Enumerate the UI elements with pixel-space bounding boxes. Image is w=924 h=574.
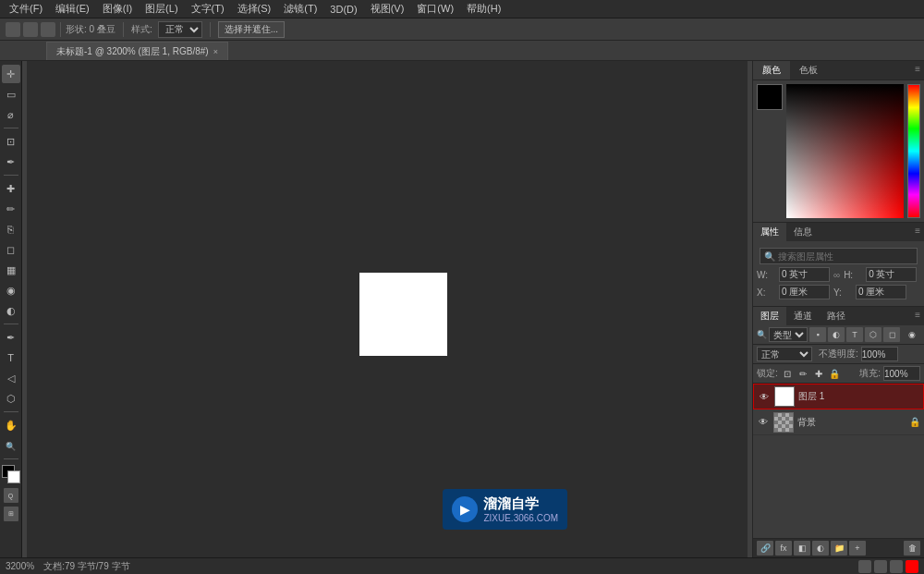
foreground-swatch[interactable] [757, 84, 783, 110]
layers-tabs: 图层 通道 路径 ≡ [753, 307, 924, 325]
eyedrop-tool[interactable] [2, 153, 20, 171]
pen-tool[interactable] [2, 328, 20, 347]
color-swatch-column [757, 84, 783, 218]
status-bar-icons [858, 560, 918, 573]
width-input[interactable] [779, 267, 830, 282]
shape-tool[interactable] [2, 389, 20, 408]
lock-all-btn[interactable]: 🔒 [828, 367, 841, 380]
blend-mode-select[interactable]: 正常 [757, 347, 812, 361]
blur-tool[interactable] [2, 281, 20, 299]
swatches-tab[interactable]: 色板 [790, 61, 827, 79]
brush-icon [6, 203, 15, 215]
left-toolbar: Q ⊞ [0, 61, 22, 557]
properties-tabs: 属性 信息 ≡ [753, 223, 924, 241]
move-tool[interactable] [2, 65, 20, 83]
menu-help[interactable]: 帮助(H) [461, 1, 506, 17]
filter-shape-btn[interactable]: ⬡ [865, 327, 881, 342]
menu-layer[interactable]: 图层(L) [140, 1, 183, 17]
zoom-tool[interactable] [2, 436, 20, 455]
dodge-tool[interactable] [2, 301, 20, 320]
lock-position-btn[interactable]: ✚ [812, 367, 825, 380]
clone-icon [7, 224, 14, 235]
quick-mask-button[interactable]: Q [4, 488, 18, 503]
status-icon-4[interactable] [906, 560, 918, 573]
filter-text-btn[interactable]: T [846, 327, 863, 342]
menu-file[interactable]: 文件(F) [4, 1, 48, 17]
filter-pixel-btn[interactable]: ▪ [809, 327, 826, 342]
path-tool[interactable] [2, 369, 20, 387]
opacity-input[interactable] [861, 347, 898, 361]
layer-visibility-layer1[interactable]: 👁 [758, 390, 771, 403]
layer-name-background: 背景 [797, 416, 906, 429]
x-input[interactable] [779, 285, 830, 299]
status-icon-1[interactable] [858, 560, 871, 573]
layers-tab[interactable]: 图层 [753, 307, 786, 325]
screen-mode-button[interactable]: ⊞ [4, 507, 18, 521]
layers-menu[interactable]: ≡ [911, 307, 924, 325]
layer-item-layer1[interactable]: 👁 图层 1 [753, 384, 924, 409]
menu-window[interactable]: 窗口(W) [411, 1, 459, 17]
properties-menu[interactable]: ≡ [911, 223, 924, 241]
search-input[interactable] [778, 251, 913, 262]
paths-tab[interactable]: 路径 [820, 307, 853, 325]
toolbar-sep-2 [4, 175, 18, 176]
select-mask-button[interactable]: 选择并遮住... [218, 21, 285, 38]
color-spectrum[interactable] [907, 84, 920, 218]
color-tab[interactable]: 颜色 [753, 61, 790, 79]
properties-tab[interactable]: 属性 [753, 223, 786, 241]
menu-filter[interactable]: 滤镜(T) [278, 1, 322, 17]
eraser-tool[interactable] [2, 240, 20, 259]
height-input[interactable] [866, 267, 917, 282]
menu-3d[interactable]: 3D(D) [324, 3, 362, 16]
filter-toggle[interactable]: ◉ [904, 327, 920, 342]
menu-edit[interactable]: 编辑(E) [50, 1, 95, 17]
link-layers-btn[interactable]: 🔗 [757, 541, 773, 556]
filter-smart-btn[interactable]: ◻ [883, 327, 900, 342]
background-color[interactable] [7, 470, 20, 483]
select-tool[interactable] [2, 85, 20, 104]
text-tool[interactable] [2, 348, 20, 367]
crop-tool[interactable] [2, 132, 20, 151]
y-input[interactable] [856, 285, 906, 299]
channels-tab[interactable]: 通道 [786, 307, 820, 325]
lock-label: 锁定: [757, 367, 778, 380]
gradient-icon [6, 264, 16, 276]
watermark-url: ZIXUE.3066.COM [483, 512, 558, 524]
menu-text[interactable]: 文字(T) [186, 1, 230, 17]
lock-transparent-btn[interactable]: ⊡ [781, 367, 794, 380]
menu-view[interactable]: 视图(V) [365, 1, 410, 17]
clone-tool[interactable] [2, 220, 20, 238]
new-group-btn[interactable]: 📁 [831, 541, 847, 556]
delete-layer-btn[interactable]: 🗑 [904, 541, 920, 556]
heal-tool[interactable] [2, 179, 20, 198]
canvas-background [27, 61, 748, 557]
gradient-tool[interactable] [2, 261, 20, 279]
lock-paint-btn[interactable]: ✏ [796, 367, 809, 380]
tab-close-button[interactable]: × [213, 47, 218, 56]
foreground-background-colors[interactable] [2, 465, 20, 483]
info-tab[interactable]: 信息 [786, 223, 820, 241]
search-bar[interactable]: 🔍 [760, 248, 918, 264]
lasso-tool[interactable] [2, 105, 20, 124]
layer-mask-btn[interactable]: ◧ [794, 541, 810, 556]
adjustment-layer-btn[interactable]: ◐ [812, 541, 829, 556]
new-layer-btn[interactable]: + [849, 541, 866, 556]
filter-type-select[interactable]: 类型 [769, 327, 808, 342]
menu-image[interactable]: 图像(I) [97, 1, 138, 17]
fill-input[interactable] [883, 366, 920, 381]
document-tab[interactable]: 未标题-1 @ 3200% (图层 1, RGB/8#) × [46, 42, 228, 60]
menu-select[interactable]: 选择(S) [232, 1, 277, 17]
status-icon-3[interactable] [890, 560, 903, 573]
layer-visibility-background[interactable]: 👁 [757, 416, 770, 429]
layer-style-btn[interactable]: fx [775, 541, 792, 556]
color-gradient[interactable] [786, 84, 904, 218]
hand-tool[interactable] [2, 416, 20, 434]
zoom-icon [6, 440, 16, 451]
layer-item-background[interactable]: 👁 背景 🔒 [753, 409, 924, 435]
filter-adjust-btn[interactable]: ◐ [828, 327, 845, 342]
tool-preset-label: 形状: 0 叠豆 [66, 23, 116, 36]
status-icon-2[interactable] [874, 560, 887, 573]
style-select[interactable]: 正常 [158, 21, 202, 38]
color-panel-menu[interactable]: ≡ [911, 61, 924, 79]
brush-tool[interactable] [2, 200, 20, 218]
